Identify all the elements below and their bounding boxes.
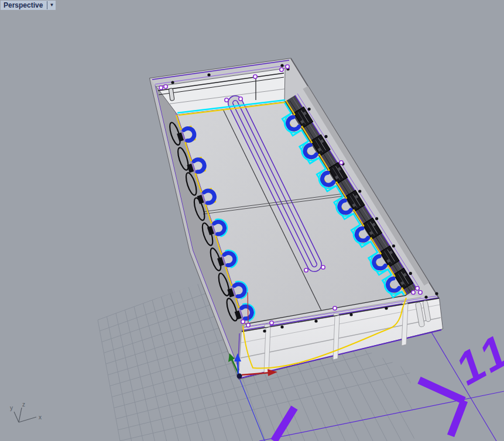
axis-extension-line xyxy=(239,378,265,441)
screw-dot xyxy=(263,329,266,332)
screw-dot xyxy=(280,325,283,328)
axis-y-line xyxy=(14,412,19,422)
screw-dot xyxy=(375,217,378,220)
control-point-marker[interactable] xyxy=(159,86,163,89)
axis-x-line xyxy=(19,417,36,422)
gumball-origin[interactable] xyxy=(237,374,242,379)
control-point-marker[interactable] xyxy=(340,161,343,164)
chevron-down-icon[interactable]: ▼ xyxy=(49,3,54,8)
control-point-marker[interactable] xyxy=(333,306,337,310)
viewport-title-divider xyxy=(47,1,47,9)
screw-dot xyxy=(435,292,438,295)
control-point-marker[interactable] xyxy=(241,320,245,323)
gumball-z-arrow xyxy=(238,360,238,375)
annotation-text: 11 xyxy=(452,321,504,397)
annotation-arrow xyxy=(419,380,464,401)
control-point-marker[interactable] xyxy=(412,291,415,294)
control-point-marker[interactable] xyxy=(416,287,419,290)
grid-line xyxy=(143,304,206,441)
axis-y-label: y xyxy=(10,405,13,411)
viewport-title-text[interactable]: Perspective xyxy=(4,1,43,9)
screw-dot xyxy=(207,73,210,76)
grid-line xyxy=(116,313,168,441)
screw-dot xyxy=(358,190,361,192)
control-point-marker[interactable] xyxy=(321,266,325,269)
screw-dot xyxy=(171,81,174,84)
grid-line xyxy=(98,320,143,441)
control-point-marker[interactable] xyxy=(286,65,289,68)
axis-indicator: z y x xyxy=(10,401,42,422)
control-point-marker[interactable] xyxy=(280,68,283,71)
viewport-perspective[interactable]: 11 xyxy=(0,0,504,441)
viewport-title[interactable]: Perspective ▼ xyxy=(1,1,56,10)
annotation-arrow xyxy=(451,401,464,436)
model-enclosure[interactable] xyxy=(150,58,443,379)
grid-line xyxy=(134,306,193,441)
control-point-marker[interactable] xyxy=(164,85,167,88)
screw-dot xyxy=(314,319,317,322)
screw-dot xyxy=(307,108,310,111)
screw-dot xyxy=(424,295,427,298)
control-point-marker[interactable] xyxy=(253,75,257,78)
3d-scene[interactable]: 11 xyxy=(0,0,504,441)
control-point-marker[interactable] xyxy=(225,98,228,102)
screw-dot xyxy=(280,64,283,67)
screw-dot xyxy=(392,244,395,247)
axis-z-label: z xyxy=(22,401,25,408)
axis-z-line xyxy=(19,408,22,422)
axis-x-label: x xyxy=(39,414,42,421)
control-point-marker[interactable] xyxy=(239,97,242,101)
control-point-marker[interactable] xyxy=(246,323,250,327)
screw-dot xyxy=(385,306,388,309)
control-point-marker[interactable] xyxy=(270,321,273,325)
control-point-marker[interactable] xyxy=(419,291,422,294)
screw-dot xyxy=(409,272,412,275)
control-point-marker[interactable] xyxy=(304,268,308,272)
screw-dot xyxy=(349,313,352,316)
cplane-axis-line xyxy=(259,391,504,441)
screw-dot xyxy=(324,135,327,138)
